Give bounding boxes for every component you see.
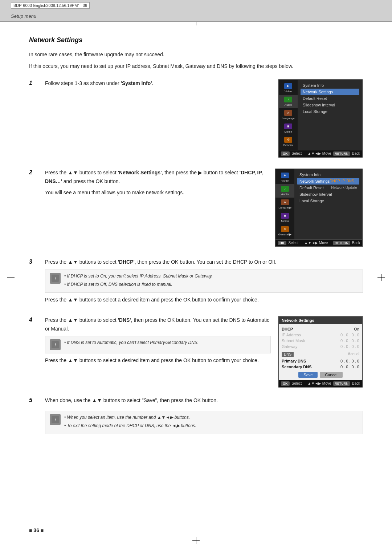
intro-line2: If this occurs, you may need to set up y… xyxy=(29,62,363,70)
menu-main-2: System Info Network Settings DHCP, IP, D… xyxy=(294,169,362,239)
net-settings-body: DHCP On IP Address 0 . 0 . 0 . 0 Subnet … xyxy=(279,324,362,380)
step-3-note: i • If DHCP is set to On, you can't sele… xyxy=(45,270,363,293)
note-3-line1: • If DHCP is set to On, you can't select… xyxy=(64,273,213,280)
step-2-text1: Press the ▲▼ buttons to select 'Network … xyxy=(45,169,268,186)
step-5-row: 5 When done, use the ▲▼ buttons to selec… xyxy=(29,396,363,437)
save-button[interactable]: Save xyxy=(298,372,318,378)
default-reset-label: Default Reset xyxy=(299,186,324,190)
menu-item-local-storage: Local Storage xyxy=(301,108,359,115)
sidebar2-video-label: Video xyxy=(281,179,289,182)
intro-line1: In some rare cases, the firmware upgrade… xyxy=(29,50,363,58)
return-button-1: RETURN xyxy=(333,151,350,156)
secondary-dns-label: Secondary DNS xyxy=(282,365,312,369)
svg-text:i: i xyxy=(55,417,56,422)
lang-icon-2: A xyxy=(281,199,289,205)
note-3-line2: • If DHCP is set to Off, DNS selection i… xyxy=(64,281,213,288)
sidebar2-audio-label: Audio xyxy=(281,193,289,196)
ok-button-1: OK xyxy=(281,151,290,156)
step-1-row: 1 Follow steps 1-3 as shown under 'Syste… xyxy=(29,79,363,160)
sidebar-audio: ♪ Audio xyxy=(279,95,298,108)
menu2-default-reset: Default Reset Network Update xyxy=(297,185,359,191)
step-3-text: Press the ▲▼ buttons to select 'DHCP', t… xyxy=(45,258,363,267)
primary-dns-label: Primary DNS xyxy=(282,359,306,363)
back-label-1: Back xyxy=(352,151,360,155)
net-nav-label: ▲▼◄▶ Move xyxy=(307,381,331,385)
gateway-label: Gateway xyxy=(282,344,297,349)
svg-text:i: i xyxy=(55,343,56,348)
net-ok-button: OK xyxy=(281,381,290,386)
net-return-button: RETURN xyxy=(333,381,350,386)
menu-body-2: ▶ Video ♪ Audio A Language xyxy=(275,169,362,239)
sidebar-video: ▶ Video xyxy=(279,81,298,95)
sidebar-lang-label: Language xyxy=(282,117,295,120)
step-4-screen: Network Settings DHCP On IP Address 0 . … xyxy=(278,316,363,388)
doc-id: BDP-6003-English2008.12.56:19PM˜ ` 36 xyxy=(11,2,90,9)
note-icon-3: i xyxy=(50,273,61,284)
reg-mark-bottom xyxy=(192,537,200,544)
step-5-note-wrap: i • When you select an item, use the num… xyxy=(45,411,363,434)
menu2-system-info: System Info xyxy=(297,171,359,178)
ip-value: 0 . 0 . 0 . 0 xyxy=(340,333,359,337)
step-3-number: 3 xyxy=(29,258,38,265)
sidebar2-general-label: General ▶ xyxy=(278,233,292,236)
dhcp-value: On xyxy=(354,327,359,331)
network-settings-screen: Network Settings DHCP On IP Address 0 . … xyxy=(278,316,363,388)
audio-icon: ♪ xyxy=(284,97,292,102)
menu-item-network-settings: Network Settings xyxy=(301,89,359,95)
sidebar2-lang-label: Language xyxy=(278,206,291,209)
section-title: Network Settings xyxy=(29,36,363,44)
note-text-5: • When you select an item, use the numbe… xyxy=(64,414,196,431)
net-row-ip: IP Address 0 . 0 . 0 . 0 xyxy=(282,332,359,338)
return-button-2: RETURN xyxy=(333,241,350,245)
step-5-note: i • When you select an item, use the num… xyxy=(45,411,363,434)
menu-item-slideshow: Slideshow Interval xyxy=(301,102,359,108)
step-5-content: When done, use the ▲▼ buttons to select … xyxy=(45,396,363,437)
net-row-gateway: Gateway 0 . 0 . 0 . 0 xyxy=(282,344,359,349)
sidebar-media-label: Media xyxy=(284,130,292,133)
note-5-line2: • To exit the setting mode of the DHCP o… xyxy=(64,422,196,429)
note-icon-5: i xyxy=(50,414,61,425)
menu2-local-storage: Local Storage xyxy=(297,198,359,204)
dns-section-header: DNS Manual xyxy=(282,351,359,357)
dhcp-label: DHCP xyxy=(282,327,293,331)
net-footer: OK Select ▲▼◄▶ Move RETURN Back xyxy=(279,380,362,387)
sidebar2-audio: ♪ Audio xyxy=(275,184,294,198)
video-icon: ▶ xyxy=(284,83,292,89)
video-icon-2: ▶ xyxy=(281,173,289,178)
net-ok-label: Select xyxy=(292,381,302,385)
menu2-slideshow: Slideshow Interval xyxy=(297,191,359,198)
step-4-number: 4 xyxy=(29,316,38,323)
sidebar2-language: A Language xyxy=(275,198,294,211)
menu-main-1: System Info Network Settings Default Res… xyxy=(298,80,362,150)
general-icon: ⚙ xyxy=(284,137,292,143)
step-2-screen: ▶ Video ♪ Audio A Language xyxy=(275,169,363,249)
step-5-text: When done, use the ▲▼ buttons to select … xyxy=(45,396,363,405)
gateway-value: 0 . 0 . 0 . 0 xyxy=(340,344,359,349)
back-label-2: Back xyxy=(352,241,360,245)
step-1-number: 1 xyxy=(29,79,38,86)
reg-mark-left xyxy=(7,274,15,281)
general-icon-2: ⚙ xyxy=(281,226,289,232)
note-4-line1: • If DNS is set to Automatic, you can't … xyxy=(64,339,199,346)
subnet-label: Subnet Mask xyxy=(282,339,305,343)
net-back-label: Back xyxy=(352,381,360,385)
step-4-extra: Press the ▲▼ buttons to select a desired… xyxy=(45,356,271,365)
dns-section-label: DNS xyxy=(282,352,294,357)
dhcp-sub-label: DHCP, IP, DNS... xyxy=(330,179,357,183)
note-text-3: • If DHCP is set to On, you can't select… xyxy=(64,273,213,289)
menu-sidebar-2: ▶ Video ♪ Audio A Language xyxy=(275,169,294,239)
media-icon-2: ◼ xyxy=(281,213,289,219)
step-1-screen: ▶ Video ♪ Audio A Language xyxy=(278,79,363,160)
ok-label-2: Select xyxy=(289,241,299,245)
menu-footer-2: OK Select ▲▼◄▶ Move RETURN Back xyxy=(275,239,362,246)
cancel-button[interactable]: Cancel xyxy=(320,372,342,378)
net-row-dhcp: DHCP On xyxy=(282,326,359,332)
net-row-primary-dns: Primary DNS 0 . 0 . 0 . 0 xyxy=(282,358,359,364)
step-4-row: 4 Press the ▲▼ buttons to select 'DNS', … xyxy=(29,316,363,388)
sidebar2-video: ▶ Video xyxy=(275,171,294,184)
svg-text:i: i xyxy=(55,276,56,281)
secondary-dns-value: 0 . 0 . 0 . 0 xyxy=(340,365,359,369)
primary-dns-value: 0 . 0 . 0 . 0 xyxy=(340,359,359,363)
sidebar-language: A Language xyxy=(279,108,298,122)
net-row-subnet: Subnet Mask 0 . 0 . 0 . 0 xyxy=(282,338,359,344)
